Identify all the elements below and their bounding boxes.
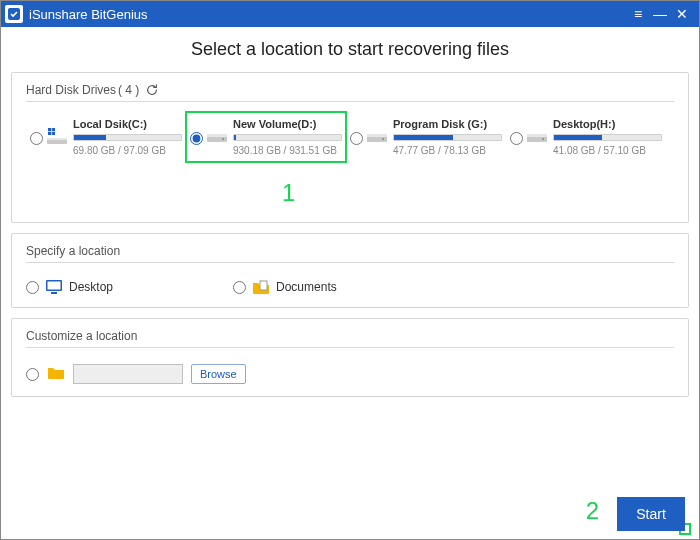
svg-rect-17 — [51, 292, 57, 294]
drive-usage-bar — [73, 134, 182, 141]
specify-documents[interactable]: Documents — [233, 279, 337, 295]
drive-icon — [207, 128, 227, 147]
customize-label: Customize a location — [26, 329, 137, 343]
drive-radio[interactable] — [30, 132, 43, 145]
annotation-1: 1 — [282, 179, 295, 207]
page-title: Select a location to start recovering fi… — [11, 39, 689, 60]
customize-path-input[interactable] — [73, 364, 183, 384]
drive-radio[interactable] — [350, 132, 363, 145]
svg-rect-18 — [260, 281, 267, 290]
drive-radio[interactable] — [190, 132, 203, 145]
drive-item[interactable]: Program Disk (G:)47.77 GB / 78.13 GB — [346, 112, 506, 162]
drive-name: Local Dsik(C:) — [73, 118, 182, 130]
titlebar: iSunshare BitGenius ≡ ― ✕ — [1, 1, 699, 27]
app-title: iSunshare BitGenius — [29, 7, 148, 22]
drive-usage-bar — [393, 134, 502, 141]
customize-radio[interactable] — [26, 368, 39, 381]
svg-rect-2 — [47, 138, 67, 140]
documents-icon — [252, 279, 270, 295]
refresh-icon[interactable] — [145, 83, 159, 97]
drive-icon — [367, 128, 387, 147]
drive-size: 930.18 GB / 931.51 GB — [233, 145, 342, 156]
specify-documents-label: Documents — [276, 280, 337, 294]
annotation-2: 2 — [586, 497, 599, 525]
specify-location-panel: Specify a location Desktop Documents — [11, 233, 689, 308]
svg-rect-7 — [207, 134, 227, 137]
desktop-icon — [45, 279, 63, 295]
specify-documents-radio[interactable] — [233, 281, 246, 294]
drive-usage-bar — [553, 134, 662, 141]
start-button[interactable]: Start — [617, 497, 685, 531]
specify-desktop-radio[interactable] — [26, 281, 39, 294]
browse-button[interactable]: Browse — [191, 364, 246, 384]
hard-disk-panel: Hard Disk Drives ( 4 ) Local Dsik(C:)69.… — [11, 72, 689, 223]
start-highlight: Start — [681, 525, 689, 533]
svg-rect-5 — [48, 131, 55, 132]
close-button[interactable]: ✕ — [671, 7, 693, 21]
drive-item[interactable]: Local Dsik(C:)69.80 GB / 97.09 GB — [26, 112, 186, 162]
drive-item[interactable]: Desktop(H:)41.08 GB / 57.10 GB — [506, 112, 666, 162]
svg-point-8 — [222, 138, 224, 140]
specify-label: Specify a location — [26, 244, 120, 258]
svg-rect-10 — [367, 134, 387, 137]
specify-desktop[interactable]: Desktop — [26, 279, 113, 295]
drive-icon — [527, 128, 547, 147]
hdd-count: ( 4 ) — [118, 83, 139, 97]
menu-icon[interactable]: ≡ — [627, 7, 649, 21]
drive-radio[interactable] — [510, 132, 523, 145]
svg-rect-13 — [527, 134, 547, 137]
drive-name: Desktop(H:) — [553, 118, 662, 130]
svg-point-14 — [542, 138, 544, 140]
svg-rect-16 — [48, 282, 61, 290]
drive-icon — [47, 128, 67, 147]
hdd-label: Hard Disk Drives — [26, 83, 116, 97]
svg-point-11 — [382, 138, 384, 140]
drive-size: 47.77 GB / 78.13 GB — [393, 145, 502, 156]
drive-name: Program Disk (G:) — [393, 118, 502, 130]
drive-item[interactable]: New Volume(D:)930.18 GB / 931.51 GB — [186, 112, 346, 162]
specify-desktop-label: Desktop — [69, 280, 113, 294]
drive-size: 69.80 GB / 97.09 GB — [73, 145, 182, 156]
minimize-button[interactable]: ― — [649, 7, 671, 21]
customize-location-panel: Customize a location Browse — [11, 318, 689, 397]
drive-name: New Volume(D:) — [233, 118, 342, 130]
drive-size: 41.08 GB / 57.10 GB — [553, 145, 662, 156]
app-logo-icon — [5, 5, 23, 23]
folder-icon — [47, 366, 65, 383]
drive-usage-bar — [233, 134, 342, 141]
